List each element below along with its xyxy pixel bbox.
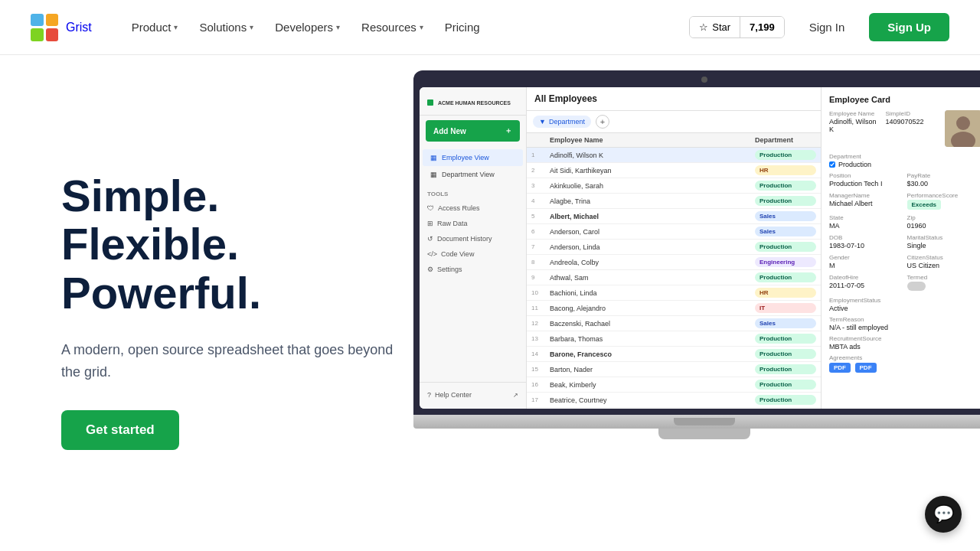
table-row[interactable]: 18 Becker, Renee IT xyxy=(527,408,821,409)
hero-headline: Simple. Flexible. Powerful. xyxy=(61,171,398,318)
sidebar-settings[interactable]: ⚙ Settings xyxy=(420,262,526,277)
nav-item-resources[interactable]: Resources ▾ xyxy=(352,15,433,40)
chat-icon: 💬 xyxy=(933,504,954,524)
app-logo-bar: ACME HUMAN RESOURCES xyxy=(420,93,526,116)
chevron-down-icon: ▾ xyxy=(250,23,253,31)
table-row[interactable]: 10 Bachioni, Linda HR xyxy=(527,285,821,301)
table-row[interactable]: 16 Beak, Kimberly Production xyxy=(527,377,821,393)
add-filter-button[interactable]: + xyxy=(596,115,609,129)
table-row[interactable]: 5 Albert, Michael Sales xyxy=(527,209,821,224)
table-row[interactable]: 11 Bacong, Alejandro IT xyxy=(527,301,821,316)
navbar: Grist Product ▾ Solutions ▾ Developers ▾… xyxy=(0,0,980,55)
dept-badge: Sales xyxy=(755,227,816,236)
termed-toggle[interactable] xyxy=(907,282,926,291)
hero-left: Simple. Flexible. Powerful. A modern, op… xyxy=(61,171,398,451)
app-table-panel: All Employees ▼ Department + xyxy=(527,87,821,409)
dept-badge: Production xyxy=(755,395,816,405)
row-number: 8 xyxy=(531,259,550,266)
dept-badge: Production xyxy=(755,196,816,206)
svg-point-1 xyxy=(956,116,970,130)
performance-badge: Exceeds xyxy=(907,200,941,210)
dept-badge: HR xyxy=(755,288,816,298)
row-number: 9 xyxy=(531,274,550,281)
row-number: 13 xyxy=(531,335,550,342)
dept-badge: Production xyxy=(755,334,816,344)
dept-checkbox[interactable] xyxy=(829,161,835,168)
table-row[interactable]: 2 Ait Sidi, Karthikeyan HR xyxy=(527,163,821,178)
signin-button[interactable]: Sign In xyxy=(794,15,861,40)
table-row[interactable]: 3 Akinkuolie, Sarah Production xyxy=(527,178,821,194)
table-row[interactable]: 1 Adinolfi, Wilson K Production xyxy=(527,148,821,163)
employee-name: Athwal, Sam xyxy=(550,274,755,282)
employee-name: Alagbe, Trina xyxy=(550,197,755,205)
pdf-button-2[interactable]: PDF xyxy=(855,363,877,373)
dept-badge: Production xyxy=(755,150,816,160)
table-row[interactable]: 6 Anderson, Carol Sales xyxy=(527,224,821,240)
nav-item-pricing[interactable]: Pricing xyxy=(436,15,489,40)
table-icon: ▦ xyxy=(430,154,437,161)
sidebar-item-employee-view[interactable]: ▦ Employee View xyxy=(423,149,523,166)
sidebar-raw-data[interactable]: ⊞ Raw Data xyxy=(420,216,526,231)
table-row[interactable]: 4 Alagbe, Trina Production xyxy=(527,194,821,209)
dept-badge: Production xyxy=(755,364,816,374)
employee-name: Andreola, Colby xyxy=(550,259,755,266)
dept-badge: Production xyxy=(755,272,816,282)
sidebar-doc-history[interactable]: ↺ Document History xyxy=(420,231,526,246)
employee-name: Barone, Francesco xyxy=(550,350,755,358)
cta-button[interactable]: Get started xyxy=(61,410,179,450)
logo-text: Grist xyxy=(66,21,92,34)
logo[interactable]: Grist xyxy=(31,14,92,41)
laptop-base xyxy=(413,415,980,429)
app-sidebar: ACME HUMAN RESOURCES Add New ＋ ▦ Employe… xyxy=(420,87,527,409)
table-row[interactable]: 9 Athwal, Sam Production xyxy=(527,270,821,285)
data-icon: ⊞ xyxy=(427,220,433,227)
table-row[interactable]: 17 Beatrice, Courtney Production xyxy=(527,393,821,408)
hero-section: Simple. Flexible. Powerful. A modern, op… xyxy=(0,55,980,551)
employee-name: Akinkuolie, Sarah xyxy=(550,182,755,190)
history-icon: ↺ xyxy=(427,235,433,243)
star-icon: ☆ xyxy=(699,21,708,33)
row-number: 12 xyxy=(531,320,550,327)
table-row[interactable]: 13 Barbara, Thomas Production xyxy=(527,331,821,347)
star-button[interactable]: ☆ Star 7,199 xyxy=(689,16,784,38)
nav-item-solutions[interactable]: Solutions ▾ xyxy=(190,15,263,40)
department-filter[interactable]: ▼ Department xyxy=(533,116,591,128)
sidebar-code-view[interactable]: </> Code View xyxy=(420,246,526,262)
chat-button[interactable]: 💬 xyxy=(925,496,962,533)
table-row[interactable]: 7 Anderson, Linda Production xyxy=(527,240,821,255)
nav-item-product[interactable]: Product ▾ xyxy=(122,15,188,40)
table-title: All Employees xyxy=(534,93,597,104)
row-number: 15 xyxy=(531,366,550,373)
laptop-camera xyxy=(701,77,707,83)
star-count: 7,199 xyxy=(740,17,784,37)
external-link-icon: ↗ xyxy=(513,392,518,399)
row-number: 7 xyxy=(531,243,550,250)
employee-name: Anderson, Linda xyxy=(550,243,755,251)
filter-icon: ▼ xyxy=(539,118,546,126)
sidebar-access-rules[interactable]: 🛡 Access Rules xyxy=(420,201,526,216)
employee-name: Baczenski, Rachael xyxy=(550,320,755,328)
sidebar-help-center[interactable]: ? Help Center ↗ xyxy=(420,387,526,403)
nav-right: ☆ Star 7,199 Sign In Sign Up xyxy=(689,13,949,41)
table-row[interactable]: 15 Barton, Nader Production xyxy=(527,362,821,377)
dept-badge: IT xyxy=(755,303,816,313)
pdf-button-1[interactable]: PDF xyxy=(829,363,851,373)
tools-section-label: TOOLS xyxy=(420,183,526,201)
hero-mockup: ACME HUMAN RESOURCES Add New ＋ ▦ Employe… xyxy=(413,70,980,439)
sidebar-item-department-view[interactable]: ▦ Department View xyxy=(423,166,523,183)
signup-button[interactable]: Sign Up xyxy=(869,13,949,41)
table-row[interactable]: 8 Andreola, Colby Engineering xyxy=(527,255,821,270)
employee-name: Barton, Nader xyxy=(550,366,755,373)
row-number: 16 xyxy=(531,381,550,388)
chevron-down-icon: ▾ xyxy=(174,23,178,31)
row-number: 3 xyxy=(531,182,550,189)
table-row[interactable]: 12 Baczenski, Rachael Sales xyxy=(527,316,821,331)
chevron-down-icon: ▾ xyxy=(420,23,423,31)
add-new-button[interactable]: Add New ＋ xyxy=(426,120,520,142)
employee-photo xyxy=(945,110,980,147)
employee-name: Beak, Kimberly xyxy=(550,381,755,389)
table-row[interactable]: 14 Barone, Francesco Production xyxy=(527,347,821,362)
employee-name: Bachioni, Linda xyxy=(550,289,755,297)
card-title: Employee Card xyxy=(829,95,980,104)
nav-item-developers[interactable]: Developers ▾ xyxy=(266,15,349,40)
